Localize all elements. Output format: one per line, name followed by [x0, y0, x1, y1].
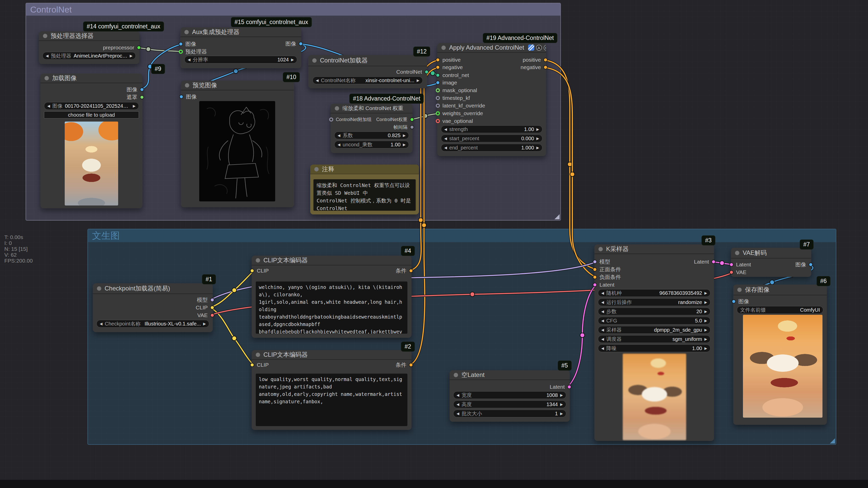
right-arrow-icon[interactable]: ▶ [403, 133, 406, 137]
right-arrow-icon[interactable]: ▶ [536, 146, 539, 150]
right-arrow-icon[interactable]: ▶ [704, 300, 707, 304]
widget-start-percent[interactable]: ◀start_percent0.000▶ [441, 135, 542, 142]
reroute-dot[interactable] [580, 333, 585, 338]
widget-width[interactable]: ◀宽度1008▶ [453, 391, 566, 399]
widget-steps[interactable]: ◀步数20▶ [598, 308, 710, 315]
input-port-controlnet[interactable] [436, 73, 440, 77]
upload-button[interactable]: choose file to upload [44, 111, 139, 118]
right-arrow-icon[interactable]: ▶ [704, 328, 707, 332]
input-port-mask-optional[interactable] [436, 88, 440, 92]
node-clip-text-encode-negative[interactable]: CLIP文本编码器 CLIP 条件 low quality,worst qual… [252, 350, 411, 430]
output-port-preprocessor[interactable] [137, 46, 141, 50]
node-scaled-soft-weights[interactable]: 缩放柔和 ControlNet 权重 ControlNet附加组 Control… [331, 104, 412, 153]
node-ksampler[interactable]: K采样器 模型 正面条件 负面条件 Latent Latent ◀随机种9667… [594, 245, 714, 441]
output-port-conditioning[interactable] [409, 269, 413, 273]
input-port-image[interactable] [732, 299, 736, 304]
left-arrow-icon[interactable]: ◀ [457, 402, 459, 406]
input-port-image[interactable] [179, 42, 183, 46]
output-port-vae[interactable] [210, 313, 214, 317]
widget-uncond-multiplier[interactable]: ◀uncond_乘数1.00▶ [334, 141, 409, 148]
widget-scheduler[interactable]: ◀调度器sgm_uniform▶ [598, 335, 710, 343]
input-port-latent[interactable] [593, 283, 597, 287]
input-port-negative[interactable] [593, 275, 597, 279]
left-arrow-icon[interactable]: ◀ [338, 143, 340, 147]
widget-resolution[interactable]: ◀分辨率1024▶ [184, 56, 297, 63]
left-arrow-icon[interactable]: ◀ [316, 78, 319, 82]
input-port-clip[interactable] [250, 269, 254, 273]
left-arrow-icon[interactable]: ◀ [188, 58, 190, 62]
input-port-timestep-kf[interactable] [436, 96, 440, 100]
widget-image-file[interactable]: ◀图像00170-20241105_202524_Illustri...▶ [44, 102, 139, 110]
input-port-vae-optional[interactable] [436, 119, 440, 123]
reroute-dot[interactable] [422, 223, 426, 228]
node-load-image[interactable]: 加载图像 图像 遮罩 ◀图像00170-20241105_202524_Illu… [40, 74, 143, 208]
right-arrow-icon[interactable]: ▶ [416, 78, 420, 82]
node-aux-preprocessor[interactable]: Aux集成预处理器 图像 预处理器 图像 ◀分辨率1024▶ [180, 27, 301, 68]
output-port-positive[interactable] [544, 58, 548, 62]
right-arrow-icon[interactable]: ▶ [704, 337, 707, 341]
widget-strength[interactable]: ◀strength1.00▶ [441, 125, 542, 133]
output-port-image[interactable] [140, 88, 144, 92]
output-port-latent[interactable] [567, 385, 571, 389]
left-arrow-icon[interactable]: ◀ [601, 300, 604, 304]
left-arrow-icon[interactable]: ◀ [601, 309, 604, 314]
widget-base-multiplier[interactable]: ◀系数0.825▶ [334, 132, 409, 139]
prompt-textarea[interactable]: welchino, yanyo \(ogino atsuki\), kita \… [256, 282, 407, 334]
output-port-cn-weights[interactable] [410, 117, 414, 121]
right-arrow-icon[interactable]: ▶ [560, 411, 563, 415]
node-checkpoint-loader[interactable]: Checkpoint加载器(简易) 模型 CLIP VAE ◀Checkpoin… [93, 283, 213, 332]
right-arrow-icon[interactable]: ▶ [704, 319, 707, 323]
input-port-weights-override[interactable] [436, 111, 440, 115]
right-arrow-icon[interactable]: ▶ [133, 104, 135, 108]
comfyui-canvas[interactable]: ControlNet 文生图 #14 comfyui_controlnet_au… [0, 0, 868, 488]
right-arrow-icon[interactable]: ▶ [536, 127, 539, 131]
left-arrow-icon[interactable]: ◀ [444, 136, 447, 141]
reroute-dot[interactable] [418, 218, 423, 222]
widget-end-percent[interactable]: ◀end_percent1.000▶ [441, 144, 542, 151]
node-preprocessor-selector[interactable]: 预处理器选择器 preprocessor ◀预处理器AnimeLineArtPr… [39, 31, 140, 64]
node-clip-text-encode-positive[interactable]: CLIP文本编码器 CLIP 条件 welchino, yanyo \(ogin… [252, 256, 411, 338]
output-port-image[interactable] [809, 263, 813, 267]
input-port-positive[interactable] [436, 58, 440, 62]
reroute-dot[interactable] [720, 261, 724, 265]
input-port-vae[interactable] [730, 270, 734, 274]
output-port-mask[interactable] [140, 95, 144, 99]
widget-height[interactable]: ◀高度1344▶ [453, 400, 566, 408]
reroute-dot[interactable] [232, 336, 237, 341]
reroute-dot[interactable] [232, 288, 237, 292]
note-text[interactable]: 缩放柔和 ControlNet 权重节点可以设置类似 SD WebUI 中 Co… [313, 179, 416, 211]
right-arrow-icon[interactable]: ▶ [130, 54, 132, 58]
input-port-clip[interactable] [250, 363, 254, 367]
input-port-image[interactable] [179, 95, 183, 99]
output-port-timestep-keyframe[interactable] [410, 125, 414, 129]
left-arrow-icon[interactable]: ◀ [601, 346, 604, 350]
input-port-latent[interactable] [730, 263, 734, 267]
left-arrow-icon[interactable]: ◀ [601, 328, 604, 332]
left-arrow-icon[interactable]: ◀ [457, 411, 459, 415]
left-arrow-icon[interactable]: ◀ [46, 54, 49, 58]
right-arrow-icon[interactable]: ▶ [704, 346, 707, 350]
input-port-preprocessor[interactable] [179, 50, 183, 54]
reroute-dot[interactable] [470, 292, 475, 296]
reroute-dot[interactable] [570, 172, 575, 177]
widget-preprocessor[interactable]: ◀预处理器AnimeLineArtPreprocessor▶ [42, 52, 136, 60]
right-arrow-icon[interactable]: ▶ [403, 143, 406, 147]
left-arrow-icon[interactable]: ◀ [601, 337, 604, 341]
input-port-model[interactable] [593, 260, 597, 264]
left-arrow-icon[interactable]: ◀ [444, 127, 447, 131]
widget-denoise[interactable]: ◀降噪1.00▶ [598, 344, 710, 352]
left-arrow-icon[interactable]: ◀ [100, 322, 102, 326]
right-arrow-icon[interactable]: ▶ [291, 58, 294, 62]
widget-filename-prefix[interactable]: 文件名前缀ComfyUI [737, 306, 823, 314]
reroute-dot[interactable] [234, 69, 238, 74]
output-port-negative[interactable] [544, 65, 548, 69]
right-arrow-icon[interactable]: ▶ [536, 136, 539, 141]
left-arrow-icon[interactable]: ◀ [338, 133, 340, 137]
widget-control-after-generate[interactable]: ◀运行后操作randomize▶ [598, 298, 710, 306]
node-note[interactable]: 注释 缩放柔和 ControlNet 权重节点可以设置类似 SD WebUI 中… [310, 165, 419, 214]
right-arrow-icon[interactable]: ▶ [560, 402, 563, 406]
right-arrow-icon[interactable]: ▶ [704, 309, 707, 314]
output-port-clip[interactable] [210, 306, 214, 310]
node-controlnet-loader[interactable]: ControlNet加载器 ControlNet ◀ControlNet名称xi… [308, 55, 427, 88]
output-port-conditioning[interactable] [409, 363, 413, 367]
